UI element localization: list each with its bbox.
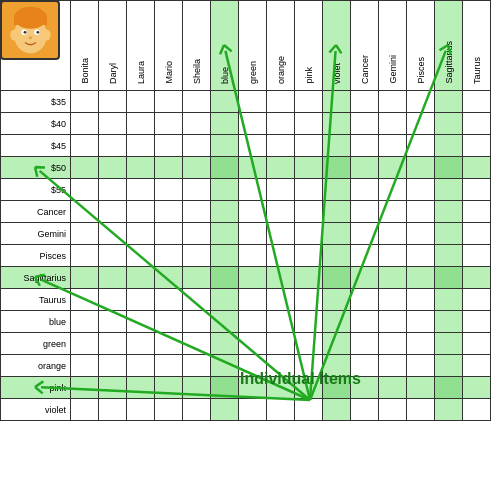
cell xyxy=(155,91,183,113)
cell xyxy=(267,91,295,113)
cell xyxy=(463,355,491,377)
cell xyxy=(379,201,407,223)
cell xyxy=(435,289,463,311)
cell xyxy=(295,245,323,267)
cell xyxy=(295,289,323,311)
table-row: violet xyxy=(1,399,491,421)
cell xyxy=(463,223,491,245)
cell xyxy=(71,245,99,267)
cell xyxy=(239,333,267,355)
col-header-pisces: Pisces xyxy=(407,1,435,91)
cell xyxy=(323,267,351,289)
col-header-sagittarius: Sagittarius xyxy=(435,1,463,91)
cell xyxy=(99,91,127,113)
cell xyxy=(351,311,379,333)
cell xyxy=(211,399,239,421)
cell xyxy=(71,201,99,223)
cell xyxy=(379,157,407,179)
cell xyxy=(463,113,491,135)
cell xyxy=(99,157,127,179)
col-header-laura: Laura xyxy=(127,1,155,91)
cell xyxy=(239,157,267,179)
cell xyxy=(463,201,491,223)
cell xyxy=(295,157,323,179)
cell xyxy=(239,179,267,201)
cell xyxy=(379,289,407,311)
row-header-blue: blue xyxy=(1,311,71,333)
cell xyxy=(211,113,239,135)
cell xyxy=(295,201,323,223)
cell xyxy=(267,267,295,289)
cell xyxy=(183,399,211,421)
cell xyxy=(351,179,379,201)
cell xyxy=(323,201,351,223)
col-header-orange: orange xyxy=(267,1,295,91)
col-header-daryl: Daryl xyxy=(99,1,127,91)
cell xyxy=(127,311,155,333)
cell xyxy=(435,355,463,377)
cell xyxy=(239,311,267,333)
cell xyxy=(71,333,99,355)
cell xyxy=(127,245,155,267)
cell xyxy=(239,135,267,157)
cell xyxy=(463,377,491,399)
cell xyxy=(155,399,183,421)
cell xyxy=(267,311,295,333)
cell xyxy=(295,333,323,355)
row-header-Cancer: Cancer xyxy=(1,201,71,223)
cell xyxy=(99,179,127,201)
cell xyxy=(407,113,435,135)
table-row: Cancer xyxy=(1,201,491,223)
cell xyxy=(323,91,351,113)
individual-items-label: Individual Items xyxy=(240,370,361,388)
cell xyxy=(267,289,295,311)
cell xyxy=(211,245,239,267)
cell xyxy=(211,91,239,113)
cell xyxy=(295,399,323,421)
cell xyxy=(295,91,323,113)
cell xyxy=(267,333,295,355)
row-header-dollar-45: $45 xyxy=(1,135,71,157)
cell xyxy=(99,245,127,267)
cell xyxy=(71,179,99,201)
cell xyxy=(211,201,239,223)
cell xyxy=(71,223,99,245)
cell xyxy=(463,157,491,179)
cell xyxy=(211,289,239,311)
cell xyxy=(183,311,211,333)
cell xyxy=(351,333,379,355)
cell xyxy=(407,157,435,179)
cell xyxy=(267,399,295,421)
main-table: BonitaDarylLauraMarioSheilabluegreenoran… xyxy=(0,0,491,421)
cell xyxy=(379,179,407,201)
cell xyxy=(183,91,211,113)
cell xyxy=(323,311,351,333)
svg-point-6 xyxy=(36,30,39,33)
table-row: $55 xyxy=(1,179,491,201)
cell xyxy=(379,113,407,135)
cell xyxy=(407,91,435,113)
cell xyxy=(155,223,183,245)
cell xyxy=(155,355,183,377)
cell xyxy=(463,135,491,157)
row-header-dollar-35: $35 xyxy=(1,91,71,113)
cell xyxy=(295,113,323,135)
col-header-sheila: Sheila xyxy=(183,1,211,91)
cell xyxy=(155,311,183,333)
cell xyxy=(379,377,407,399)
table-row: Pisces xyxy=(1,245,491,267)
cell xyxy=(155,289,183,311)
cell xyxy=(435,333,463,355)
cell xyxy=(183,179,211,201)
cell xyxy=(267,179,295,201)
row-header-Pisces: Pisces xyxy=(1,245,71,267)
cell xyxy=(183,157,211,179)
cell xyxy=(463,91,491,113)
cell xyxy=(323,113,351,135)
cell xyxy=(127,223,155,245)
cell xyxy=(127,157,155,179)
cell xyxy=(463,311,491,333)
main-container: BonitaDarylLauraMarioSheilabluegreenoran… xyxy=(0,0,500,500)
cell xyxy=(323,135,351,157)
cell xyxy=(435,135,463,157)
